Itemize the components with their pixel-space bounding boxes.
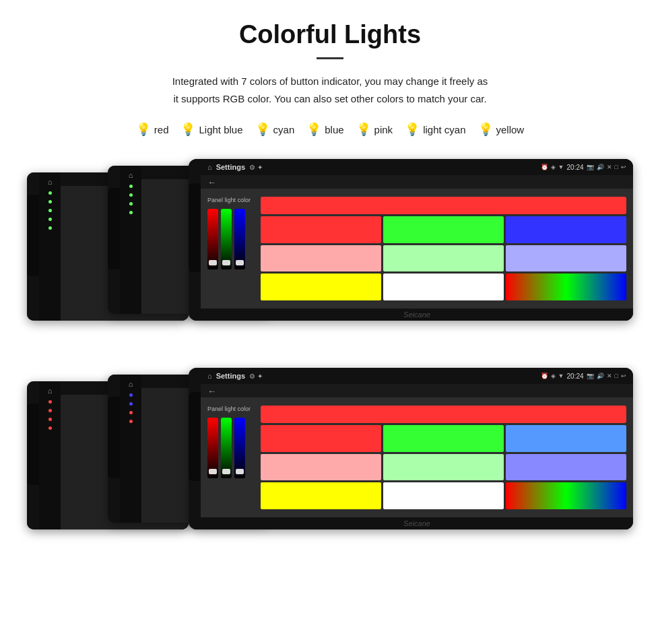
color-item-cyan: 💡 cyan — [255, 122, 295, 137]
page-title: Colorful Lights — [27, 20, 633, 49]
color-label-pink: pink — [374, 124, 393, 135]
device-stack-row1: ⌂ ⌂ — [27, 159, 633, 348]
watermark-1: Seicane — [403, 311, 430, 319]
bulb-icon-blue: 💡 — [306, 122, 321, 137]
device-row-1: ⌂ ⌂ — [27, 156, 633, 351]
sq-icon-2: □ — [615, 373, 618, 379]
home-icon-s2d2: ⌂ — [129, 380, 133, 388]
color-item-lightcyan: 💡 light cyan — [405, 122, 465, 137]
clock-icon-2: ⏰ — [541, 373, 548, 379]
settings-title-1: Settings — [216, 163, 245, 171]
color-label-red: red — [154, 124, 169, 135]
color-item-lightblue: 💡 Light blue — [180, 122, 242, 137]
back-icon-1: ↩ — [621, 164, 626, 170]
panel-label-1: Panel light color — [207, 197, 251, 203]
camera-icon-2: 📷 — [587, 373, 594, 379]
bulb-icon-lightcyan: 💡 — [405, 122, 420, 137]
devices-section: ⌂ ⌂ — [27, 156, 633, 560]
title-divider — [317, 57, 343, 59]
sq-icon-1: □ — [615, 164, 618, 170]
bulb-icon-red: 💡 — [136, 122, 151, 137]
color-label-lightblue: Light blue — [199, 124, 242, 135]
signal-icon-2: ▼ — [558, 373, 564, 379]
vol-icon-1: 🔊 — [597, 164, 604, 170]
bulb-icon-pink: 💡 — [356, 122, 371, 137]
wifi-icon-2: ◈ — [551, 373, 556, 379]
color-label-blue: blue — [325, 124, 343, 135]
vol-icon-2: 🔊 — [597, 373, 604, 379]
device-unit-row1-3: ⌂ Settings ⚙ ✦ ⏰ ◈ ▼ 20:24 📷 — [189, 159, 633, 321]
color-item-yellow: 💡 yellow — [478, 122, 525, 137]
time-display-1: 20:24 — [567, 164, 584, 171]
page-description: Integrated with 7 colors of button indic… — [27, 73, 633, 107]
home-icon-main1: ⌂ — [207, 163, 212, 171]
color-item-blue: 💡 blue — [306, 122, 343, 137]
color-item-red: 💡 red — [136, 122, 169, 137]
home-icon-s1d1: ⌂ — [48, 178, 53, 186]
home-icon-s1d2: ⌂ — [129, 171, 133, 179]
bulb-icon-yellow: 💡 — [478, 122, 493, 137]
bulb-icon-cyan: 💡 — [255, 122, 270, 137]
wifi-icon-1: ◈ — [551, 164, 556, 170]
color-label-yellow: yellow — [496, 124, 525, 135]
home-icon-main2: ⌂ — [207, 372, 212, 380]
back-icon-2: ↩ — [621, 373, 626, 379]
x-icon-2: ✕ — [607, 373, 612, 379]
back-arrow-main1[interactable]: ← — [207, 177, 216, 187]
watermark-2: Seicane — [403, 519, 430, 527]
color-item-pink: 💡 pink — [356, 122, 393, 137]
back-arrow-main2[interactable]: ← — [207, 386, 216, 396]
signal-icon-1: ▼ — [558, 164, 564, 170]
panel-label-2: Panel light color — [207, 406, 251, 412]
settings-icon-1: ⚙ ✦ — [249, 164, 263, 171]
color-label-lightcyan: light cyan — [423, 124, 465, 135]
device-stack-row2: ⌂ ⌂ ← — [27, 368, 633, 556]
color-label-cyan: cyan — [273, 124, 295, 135]
device-row-2: ⌂ ⌂ ← — [27, 364, 633, 560]
x-icon-1: ✕ — [607, 164, 612, 170]
camera-icon-1: 📷 — [587, 164, 594, 170]
settings-title-2: Settings — [216, 372, 245, 380]
home-icon-s2d1: ⌂ — [48, 387, 53, 395]
time-display-2: 20:24 — [567, 373, 584, 380]
page-container: Colorful Lights Integrated with 7 colors… — [0, 0, 660, 587]
color-list: 💡 red 💡 Light blue 💡 cyan 💡 blue 💡 pink … — [27, 122, 633, 137]
device-unit-row2-3: ⌂ Settings ⚙ ✦ ⏰ ◈ ▼ 20:24 📷 — [189, 368, 633, 529]
bulb-icon-lightblue: 💡 — [180, 122, 195, 137]
settings-icon-2: ⚙ ✦ — [249, 373, 263, 380]
clock-icon-1: ⏰ — [541, 164, 548, 170]
